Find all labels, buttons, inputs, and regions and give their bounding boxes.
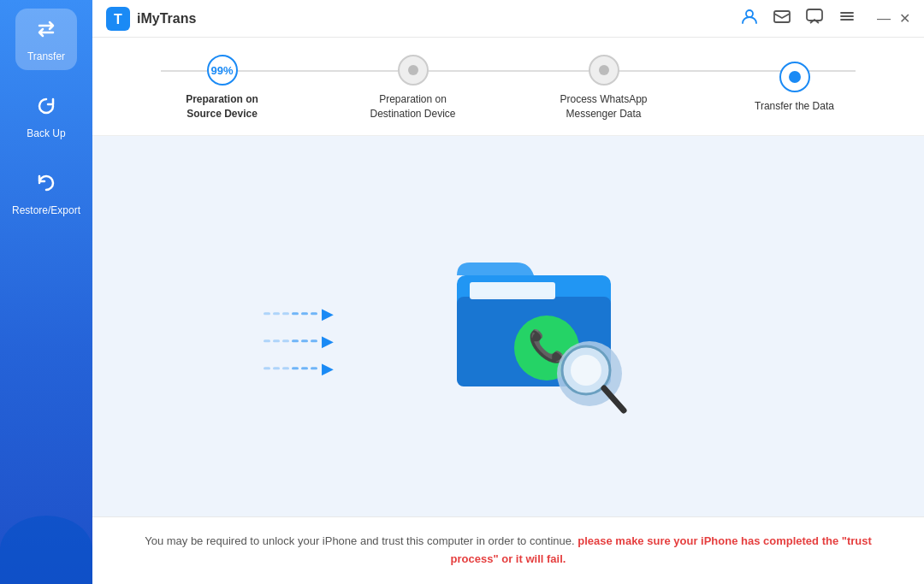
- arrow-head-3: ▶: [322, 359, 334, 378]
- svg-point-15: [571, 355, 601, 386]
- user-icon[interactable]: [740, 7, 759, 30]
- close-button[interactable]: ✕: [899, 10, 910, 27]
- arrow-line-3: ▶: [264, 359, 334, 378]
- step-3: Process WhatsApp Messenger Data: [508, 55, 699, 121]
- step-1: 99% Preparation on Source Device: [127, 55, 317, 121]
- arrow-line-2: ▶: [264, 332, 334, 351]
- sidebar-item-restore[interactable]: Restore/Export: [15, 162, 77, 224]
- restore-icon: [34, 171, 58, 201]
- step-3-label: Process WhatsApp Messenger Data: [553, 92, 655, 121]
- sidebar-backup-label: Back Up: [27, 127, 65, 139]
- svg-text:T: T: [114, 12, 122, 27]
- backup-icon: [34, 94, 58, 124]
- svg-rect-4: [807, 9, 822, 21]
- sidebar-restore-label: Restore/Export: [12, 204, 80, 216]
- sidebar-bottom-decoration: [0, 516, 92, 584]
- logo-icon: T: [106, 7, 130, 31]
- step-2-circle: [398, 55, 429, 86]
- step-1-circle: 99%: [207, 55, 238, 86]
- step-1-value: 99%: [210, 64, 233, 77]
- step-1-label: Preparation on Source Device: [171, 92, 274, 121]
- content-area: ▶ ▶ ▶: [92, 136, 924, 517]
- step-3-circle: [589, 55, 619, 86]
- sidebar: Transfer Back Up Restore/Export: [0, 0, 92, 584]
- step-4-label: Transfer the Data: [755, 99, 834, 114]
- step-4-dot: [789, 71, 801, 83]
- transfer-arrows: ▶ ▶ ▶: [264, 304, 334, 378]
- svg-rect-3: [774, 11, 790, 22]
- arrow-head-2: ▶: [322, 332, 334, 351]
- arrow-line-1: ▶: [264, 304, 334, 323]
- progress-steps: 99% Preparation on Source Device Prepara…: [127, 55, 890, 121]
- step-2: Preparation on Destination Device: [317, 55, 508, 121]
- minimize-button[interactable]: —: [877, 10, 891, 27]
- svg-point-2: [746, 10, 753, 17]
- step-4-circle: [779, 62, 810, 92]
- menu-icon[interactable]: [838, 7, 856, 30]
- mail-icon[interactable]: [773, 7, 791, 30]
- step-4: Transfer the Data: [699, 62, 890, 114]
- svg-rect-10: [470, 282, 555, 299]
- bottom-message: You may be required to unlock your iPhon…: [92, 516, 924, 584]
- progress-section: 99% Preparation on Source Device Prepara…: [92, 38, 924, 136]
- sidebar-item-backup[interactable]: Back Up: [15, 86, 77, 147]
- svg-text:📞: 📞: [528, 327, 566, 364]
- titlebar: T iMyTrans: [92, 0, 924, 38]
- main-area: T iMyTrans: [92, 0, 924, 584]
- folder-illustration: 📞: [423, 224, 662, 429]
- message-normal: You may be required to unlock your iPhon…: [145, 534, 578, 547]
- window-controls: — ✕: [877, 10, 910, 27]
- titlebar-actions: — ✕: [740, 7, 910, 30]
- sidebar-transfer-label: Transfer: [27, 50, 65, 62]
- chat-icon[interactable]: [805, 7, 824, 30]
- app-logo: T iMyTrans: [106, 7, 196, 31]
- step-2-label: Preparation on Destination Device: [362, 92, 465, 121]
- sidebar-item-transfer[interactable]: Transfer: [15, 9, 77, 70]
- arrow-head-1: ▶: [322, 304, 334, 323]
- transfer-icon: [34, 17, 58, 47]
- app-title: iMyTrans: [137, 11, 196, 27]
